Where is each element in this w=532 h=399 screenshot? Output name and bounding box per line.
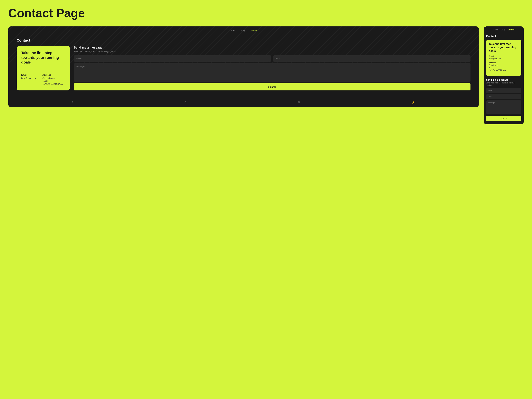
email-label: Email [21,74,36,76]
email-group: Email hello@train.com [21,74,36,86]
card-info: Email hello@train.com Address Churchill-… [21,74,65,86]
desktop-preview: Home Blog Contact Contact Take the first… [8,26,479,107]
mobile-form-title: Send me a message [486,78,521,81]
address-group: Address Churchill-laan266/III1078 GA AMS… [42,74,63,86]
form-name-email-row [74,55,470,62]
name-input[interactable] [74,55,271,62]
address-value: Churchill-laan266/III1078 GA AMSTERDAM [42,77,63,86]
email-input[interactable] [273,55,470,62]
contact-info-card: Take the first step towards your running… [17,46,70,90]
facebook-icon[interactable]: f [72,101,73,104]
mobile-email-label: Email [489,55,519,57]
address-label: Address [42,74,63,76]
desktop-content: Contact Take the first step towards your… [8,35,479,97]
mobile-address-value: Churchill-laan266/III1078 GA AMSTERDAM [489,64,519,71]
instagram-icon[interactable]: ⊙ [184,101,187,104]
email-value: hello@train.com [21,77,36,80]
mobile-card-heading: Take the first step towards your running… [489,42,519,53]
mobile-nav-blog[interactable]: Blog [501,29,505,31]
previews-container: Home Blog Contact Contact Take the first… [8,26,524,124]
desktop-footer: f ⊙ ✕ ⚡ [8,97,479,107]
mobile-nav: Home Blog Contact [484,26,524,33]
mobile-preview: Home Blog Contact Contact Take the first… [484,26,524,124]
strava-icon[interactable]: ⚡ [412,101,415,104]
mobile-form-subtitle: Send me a message and start working toge… [486,82,521,86]
mobile-email-input[interactable] [486,94,521,99]
message-textarea[interactable] [74,63,470,82]
mobile-section-heading: Contact [486,35,521,38]
mobile-content: Contact Take the first step towards your… [484,33,524,124]
mobile-nav-contact[interactable]: Contact [507,29,514,31]
submit-button[interactable]: Sign Up [74,83,470,90]
mobile-submit-button[interactable]: Sign Up [486,116,521,121]
contact-form-section: Send me a message Send me a message and … [74,46,470,90]
section-heading: Contact [17,38,470,43]
mobile-contact-card: Take the first step towards your running… [486,40,521,76]
card-heading: Take the first step towards your running… [21,51,65,65]
mobile-message-textarea[interactable] [486,101,521,114]
page-title: Contact Page [8,7,524,20]
form-title: Send me a message [74,46,470,49]
form-subtitle: Send me a message and start working toge… [74,50,470,53]
mobile-address-label: Address [489,62,519,64]
mobile-email-value: hello@train.com [489,57,519,60]
mobile-name-input[interactable] [486,88,521,93]
twitter-icon[interactable]: ✕ [298,101,300,104]
mobile-nav-home[interactable]: Home [493,29,498,31]
contact-grid: Take the first step towards your running… [17,46,470,90]
